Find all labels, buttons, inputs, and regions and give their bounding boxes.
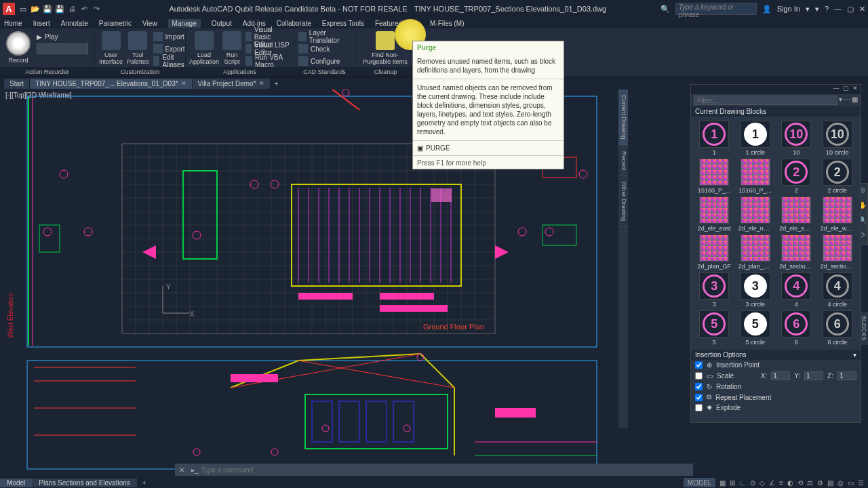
app-menu-icon[interactable]: ▾	[815, 5, 819, 14]
menu-parametric[interactable]: Parametric	[99, 20, 132, 27]
block-item[interactable]: 22	[777, 159, 816, 194]
block-item[interactable]: 11 circle	[736, 121, 775, 156]
menu-manage[interactable]: Manage	[168, 19, 201, 28]
cycling-icon[interactable]: ⟲	[797, 478, 803, 487]
isolate-icon[interactable]: ◎	[837, 478, 844, 487]
doctab-tinyhouse[interactable]: TINY HOUSE_TRP007_... Elevations_01_D03*…	[30, 79, 192, 89]
minimize-icon[interactable]: —	[834, 5, 842, 13]
opt-repeat[interactable]: ⧉Repeat Placement	[691, 392, 861, 403]
block-item[interactable]: 55	[695, 310, 734, 346]
run-script-button[interactable]: Run Script	[222, 31, 241, 65]
redo-icon[interactable]: ↷	[91, 3, 102, 14]
vbe-button[interactable]: Visual Basic Editor	[245, 31, 290, 42]
block-item[interactable]: 22 circle	[818, 159, 857, 194]
block-item[interactable]: 33 circle	[736, 272, 775, 308]
filter-dropdown-icon[interactable]: ▾	[839, 96, 842, 105]
block-item[interactable]: 33	[695, 272, 734, 308]
clean-icon[interactable]: ▭	[848, 478, 854, 487]
search-input[interactable]: Type a keyword or phrase	[675, 3, 757, 15]
block-item[interactable]: 66	[777, 310, 816, 346]
menu-output[interactable]: Output	[212, 20, 232, 27]
new-icon[interactable]: ▭	[18, 3, 28, 14]
check-button[interactable]: Check	[298, 43, 351, 54]
scale-x[interactable]: 1	[771, 371, 790, 380]
menu-annotate[interactable]: Annotate	[61, 20, 88, 27]
menu-home[interactable]: Home	[4, 20, 22, 27]
maximize-icon[interactable]: ▢	[847, 5, 854, 14]
osnap-icon[interactable]: ◇	[760, 478, 765, 487]
tab-recent[interactable]: Recent	[618, 146, 628, 177]
scale-y[interactable]: 1	[804, 371, 823, 380]
edit-aliases-button[interactable]: Edit Aliases	[153, 56, 187, 66]
tab-other-drawing[interactable]: Other Drawing	[618, 176, 628, 227]
browse-icon[interactable]: ⋯	[844, 96, 850, 105]
blocks-filter-input[interactable]	[694, 96, 837, 105]
block-item[interactable]: 2d_ele_west	[818, 197, 857, 232]
command-input[interactable]	[201, 466, 693, 474]
block-item[interactable]: 15160_P_...	[695, 159, 734, 194]
hardware-icon[interactable]: ▤	[827, 478, 833, 487]
cart-icon[interactable]: ▾	[806, 5, 810, 14]
block-item[interactable]: 44	[777, 272, 816, 308]
add-layout-icon[interactable]: +	[137, 479, 152, 487]
block-item[interactable]: 2d_section...	[818, 235, 857, 270]
opt-explode[interactable]: ✸Explode	[691, 403, 861, 413]
block-item[interactable]: 15160_P_...	[736, 159, 775, 194]
open-icon[interactable]: 📂	[30, 3, 41, 14]
block-item[interactable]: 2d_ele_east	[695, 197, 734, 232]
block-item[interactable]: 11	[695, 121, 734, 156]
opt-insertion-point[interactable]: ⊕Insertion Point	[691, 360, 861, 370]
help-icon[interactable]: ?	[825, 5, 829, 13]
block-item[interactable]: 2d_section...	[777, 235, 816, 270]
view-icon[interactable]: ▦	[852, 96, 858, 105]
lineweight-icon[interactable]: ≡	[779, 478, 783, 487]
workspace-icon[interactable]: ⚙	[817, 478, 823, 487]
cmd-close-icon[interactable]: ✕	[175, 466, 189, 474]
polar-icon[interactable]: ⊙	[750, 478, 755, 487]
user-icon[interactable]: 👤	[762, 5, 772, 14]
plot-icon[interactable]: 🖨	[66, 3, 77, 14]
block-item[interactable]: 1010	[777, 121, 816, 156]
layer-translator-button[interactable]: Layer Translator	[298, 31, 351, 42]
load-app-button[interactable]: Load Application	[190, 31, 218, 65]
palette-close-icon[interactable]: ✕	[851, 85, 859, 94]
panel-applications[interactable]: Applications	[186, 67, 294, 77]
action-name-input[interactable]	[37, 43, 88, 54]
status-model[interactable]: MODEL	[684, 478, 716, 487]
block-item[interactable]: 2d_ele_south	[777, 197, 816, 232]
block-item[interactable]: 2d_ele_north	[736, 197, 775, 232]
play-button[interactable]: ▶Play	[37, 31, 88, 42]
block-item[interactable]: 1010 circle	[818, 121, 857, 156]
close-tab-icon[interactable]: ✕	[259, 80, 264, 87]
export-button[interactable]: Export	[153, 43, 187, 54]
vba-button[interactable]: Run VBA Macro	[245, 56, 290, 66]
doctab-villa[interactable]: Villa Project Demo*✕	[193, 79, 271, 89]
tool-palettes-button[interactable]: Tool Palettes	[127, 31, 149, 65]
record-button[interactable]: Record	[4, 31, 33, 64]
scale-z[interactable]: 1	[837, 371, 856, 380]
grid-icon[interactable]: ▦	[719, 478, 726, 487]
configure-button[interactable]: Configure	[298, 56, 351, 66]
signin-link[interactable]: Sign In	[777, 5, 800, 13]
snap-icon[interactable]: ⊞	[730, 478, 735, 487]
import-button[interactable]: Import	[153, 31, 187, 42]
block-item[interactable]: 44 circle	[818, 272, 857, 308]
layout-plans[interactable]: Plans Sections and Elevations	[32, 479, 137, 487]
vle-button[interactable]: Visual LISP Editor	[245, 43, 290, 54]
block-item[interactable]: 66 circle	[818, 310, 857, 346]
opt-rotation[interactable]: ↻Rotation	[691, 382, 861, 392]
menu-insert[interactable]: Insert	[33, 20, 50, 27]
cui-button[interactable]: User Interface	[99, 31, 123, 65]
layout-model[interactable]: Model	[0, 479, 32, 487]
block-item[interactable]: 55 circle	[736, 310, 775, 346]
close-icon[interactable]: ✕	[859, 5, 865, 14]
command-line[interactable]: ✕ ▸_	[175, 464, 693, 476]
menu-view[interactable]: View	[142, 20, 157, 27]
palette-min-icon[interactable]: —	[832, 85, 840, 94]
panel-cleanup[interactable]: Cleanup	[355, 67, 416, 77]
save-icon[interactable]: 💾	[42, 3, 53, 14]
customize-icon[interactable]: ☰	[858, 478, 864, 487]
insertion-options-header[interactable]: Insertion Options▾	[691, 350, 861, 360]
undo-icon[interactable]: ↶	[79, 3, 90, 14]
block-item[interactable]: 2d_plan_GF	[695, 235, 734, 270]
